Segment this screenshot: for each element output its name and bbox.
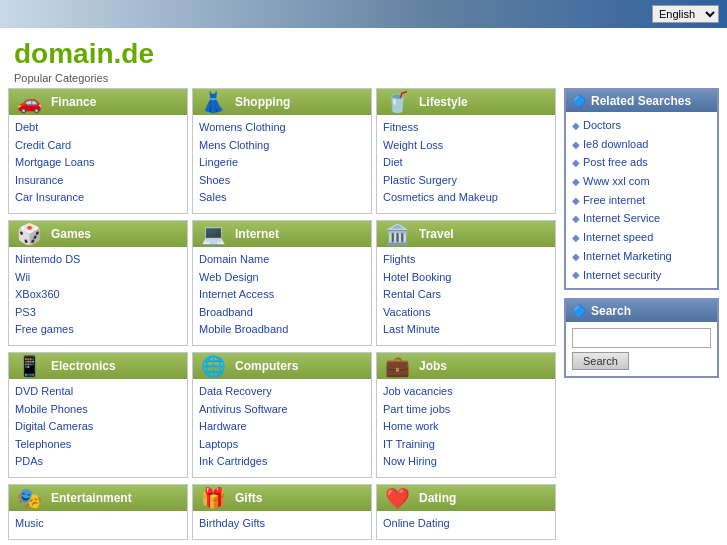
- category-link[interactable]: Telephones: [15, 436, 181, 454]
- category-link[interactable]: Domain Name: [199, 251, 365, 269]
- category-link[interactable]: Free games: [15, 321, 181, 339]
- category-link[interactable]: Womens Clothing: [199, 119, 365, 137]
- category-link[interactable]: Now Hiring: [383, 453, 549, 471]
- category-link[interactable]: Mens Clothing: [199, 137, 365, 155]
- category-link[interactable]: Plastic Surgery: [383, 172, 549, 190]
- category-link[interactable]: PDAs: [15, 453, 181, 471]
- search-input[interactable]: [572, 328, 711, 348]
- category-link[interactable]: Mobile Broadband: [199, 321, 365, 339]
- category-link[interactable]: Lingerie: [199, 154, 365, 172]
- category-link[interactable]: Flights: [383, 251, 549, 269]
- category-link[interactable]: Web Design: [199, 269, 365, 287]
- category-link[interactable]: Cosmetics and Makeup: [383, 189, 549, 207]
- category-links-electronics: DVD RentalMobile PhonesDigital CamerasTe…: [9, 379, 187, 477]
- category-link[interactable]: Car Insurance: [15, 189, 181, 207]
- category-link[interactable]: Diet: [383, 154, 549, 172]
- category-row: 📱ElectronicsDVD RentalMobile PhonesDigit…: [8, 352, 556, 478]
- category-link[interactable]: Last Minute: [383, 321, 549, 339]
- category-link[interactable]: Wii: [15, 269, 181, 287]
- related-search-link[interactable]: ◆ Post free ads: [572, 153, 711, 172]
- category-link[interactable]: Part time jobs: [383, 401, 549, 419]
- site-title: domain.de: [14, 38, 713, 70]
- category-links-gifts: Birthday Gifts: [193, 511, 371, 539]
- category-header-jobs: 💼Jobs: [377, 353, 555, 379]
- category-link[interactable]: Credit Card: [15, 137, 181, 155]
- category-link[interactable]: Vacations: [383, 304, 549, 322]
- category-link[interactable]: Digital Cameras: [15, 418, 181, 436]
- category-link[interactable]: Internet Access: [199, 286, 365, 304]
- category-link[interactable]: Mobile Phones: [15, 401, 181, 419]
- category-link[interactable]: Music: [15, 515, 181, 533]
- link-bullet-icon: ◆: [572, 248, 580, 265]
- related-search-link[interactable]: ◆ Www xxl com: [572, 172, 711, 191]
- related-search-link[interactable]: ◆ Internet Marketing: [572, 247, 711, 266]
- entertainment-icon: 🎭: [11, 483, 47, 513]
- search-header: 🔷 Search: [566, 300, 717, 322]
- category-link[interactable]: Data Recovery: [199, 383, 365, 401]
- category-link[interactable]: Debt: [15, 119, 181, 137]
- category-link[interactable]: Laptops: [199, 436, 365, 454]
- category-link[interactable]: Online Dating: [383, 515, 549, 533]
- category-header-gifts: 🎁Gifts: [193, 485, 371, 511]
- category-link[interactable]: Insurance: [15, 172, 181, 190]
- related-search-link[interactable]: ◆ Internet security: [572, 266, 711, 285]
- category-links-finance: DebtCredit CardMortgage LoansInsuranceCa…: [9, 115, 187, 213]
- category-header-electronics: 📱Electronics: [9, 353, 187, 379]
- category-link[interactable]: XBox360: [15, 286, 181, 304]
- category-link[interactable]: Weight Loss: [383, 137, 549, 155]
- category-link[interactable]: Ink Cartridges: [199, 453, 365, 471]
- category-link[interactable]: Shoes: [199, 172, 365, 190]
- category-header-entertainment: 🎭Entertainment: [9, 485, 187, 511]
- jobs-icon: 💼: [379, 351, 415, 381]
- category-link[interactable]: Birthday Gifts: [199, 515, 365, 533]
- category-link[interactable]: Hardware: [199, 418, 365, 436]
- category-label-gifts: Gifts: [235, 491, 262, 505]
- category-header-games: 🎲Games: [9, 221, 187, 247]
- language-select[interactable]: English Deutsch: [652, 5, 719, 23]
- category-header-computers: 🌐Computers: [193, 353, 371, 379]
- dating-icon: ❤️: [379, 483, 415, 513]
- related-search-link[interactable]: ◆ Internet speed: [572, 228, 711, 247]
- category-links-internet: Domain NameWeb DesignInternet AccessBroa…: [193, 247, 371, 345]
- category-links-travel: FlightsHotel BookingRental CarsVacations…: [377, 247, 555, 345]
- categories-area: 🚗FinanceDebtCredit CardMortgage LoansIns…: [8, 88, 556, 545]
- search-title: Search: [591, 304, 631, 318]
- category-link[interactable]: Job vacancies: [383, 383, 549, 401]
- category-link[interactable]: PS3: [15, 304, 181, 322]
- related-searches-title: Related Searches: [591, 94, 691, 108]
- search-button[interactable]: Search: [572, 352, 629, 370]
- category-link[interactable]: Broadband: [199, 304, 365, 322]
- category-header-shopping: 👗Shopping: [193, 89, 371, 115]
- category-link[interactable]: Rental Cars: [383, 286, 549, 304]
- category-label-travel: Travel: [419, 227, 454, 241]
- related-searches-box: 🔷 Related Searches ◆ Doctors◆ Ie8 downlo…: [564, 88, 719, 290]
- category-block-entertainment: 🎭EntertainmentMusic: [8, 484, 188, 540]
- lifestyle-icon: 🥤: [379, 87, 415, 117]
- category-link[interactable]: Mortgage Loans: [15, 154, 181, 172]
- related-search-link[interactable]: ◆ Doctors: [572, 116, 711, 135]
- category-link[interactable]: Home work: [383, 418, 549, 436]
- category-link[interactable]: Fitness: [383, 119, 549, 137]
- category-header-travel: 🏛️Travel: [377, 221, 555, 247]
- category-block-gifts: 🎁GiftsBirthday Gifts: [192, 484, 372, 540]
- link-bullet-icon: ◆: [572, 192, 580, 209]
- category-link[interactable]: Nintemdo DS: [15, 251, 181, 269]
- related-search-link[interactable]: ◆ Ie8 download: [572, 135, 711, 154]
- category-link[interactable]: Hotel Booking: [383, 269, 549, 287]
- category-links-shopping: Womens ClothingMens ClothingLingerieShoe…: [193, 115, 371, 213]
- link-bullet-icon: ◆: [572, 154, 580, 171]
- link-bullet-icon: ◆: [572, 229, 580, 246]
- category-link[interactable]: DVD Rental: [15, 383, 181, 401]
- category-link[interactable]: Antivirus Software: [199, 401, 365, 419]
- travel-icon: 🏛️: [379, 219, 415, 249]
- header: domain.de Popular Categories: [0, 28, 727, 88]
- search-box-container: 🔷 Search Search: [564, 298, 719, 378]
- category-link[interactable]: Sales: [199, 189, 365, 207]
- related-search-link[interactable]: ◆ Free internet: [572, 191, 711, 210]
- related-searches-icon: 🔷: [572, 94, 587, 108]
- top-bar: English Deutsch: [0, 0, 727, 28]
- category-link[interactable]: IT Training: [383, 436, 549, 454]
- main-container: 🚗FinanceDebtCredit CardMortgage LoansIns…: [0, 88, 727, 545]
- related-searches-header: 🔷 Related Searches: [566, 90, 717, 112]
- related-search-link[interactable]: ◆ Internet Service: [572, 209, 711, 228]
